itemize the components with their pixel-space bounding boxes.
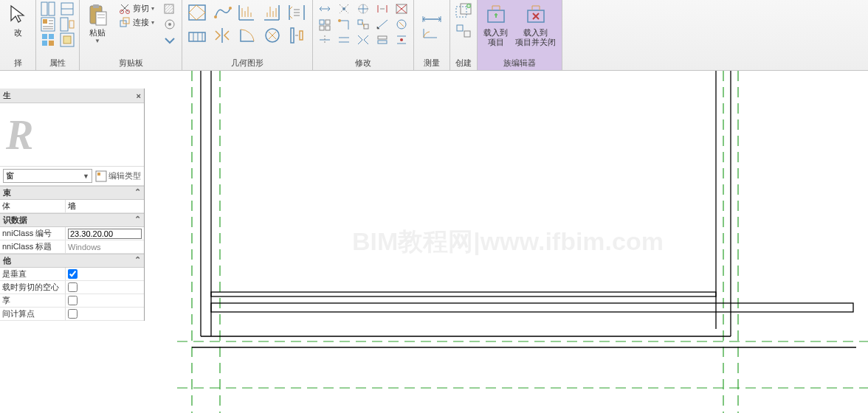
ribbon-btn[interactable] <box>373 17 391 32</box>
ribbon-group-measure: 测量 <box>414 0 450 70</box>
ribbon-btn[interactable] <box>185 24 209 46</box>
load-project-label: 载入到 项目 <box>483 28 508 47</box>
prop-value-omni-title[interactable]: Windows <box>65 240 144 253</box>
ribbon-btn[interactable] <box>354 32 372 47</box>
ribbon-btn[interactable] <box>261 24 284 46</box>
ribbon-btn[interactable] <box>335 17 353 32</box>
group-label-properties: 属性 <box>39 56 76 70</box>
ribbon-btn[interactable] <box>335 1 353 16</box>
ribbon-btn[interactable] <box>235 1 259 24</box>
ribbon-btn[interactable] <box>393 1 410 16</box>
cursor-icon <box>6 3 30 27</box>
panel-close-button[interactable]: × <box>137 91 141 100</box>
ribbon-btn[interactable] <box>161 17 179 32</box>
ribbon-btn[interactable] <box>261 1 284 24</box>
properties-list: 束 ⌃ 体 墙 识数据 ⌃ nniClass 编号 nniClass 标题 Wi… <box>0 186 144 321</box>
prop-value-host[interactable]: 墙 <box>65 200 144 212</box>
svg-rect-14 <box>42 41 47 46</box>
ribbon: 改 择 属性 <box>0 0 868 71</box>
ribbon-btn[interactable] <box>335 32 353 47</box>
ribbon-btn[interactable] <box>58 32 76 47</box>
type-preview: R <box>0 103 144 167</box>
properties-button[interactable] <box>39 17 57 32</box>
svg-point-44 <box>338 19 341 22</box>
properties-panel: 生 × R 窗 ▼ 编辑类型 束 ⌃ 体 墙 识数据 ⌃ nniClass 编号 <box>0 88 145 321</box>
svg-rect-30 <box>189 5 205 20</box>
ribbon-group-family-editor: 载入到 项目 载入到 项目并关闭 族编辑器 <box>478 0 562 70</box>
group-label-geometry: 几何图形 <box>185 56 309 70</box>
ribbon-btn[interactable] <box>453 1 474 21</box>
edit-type-button[interactable]: 编辑类型 <box>95 170 141 182</box>
group-label-create: 创建 <box>453 56 474 70</box>
dimension-icon <box>420 3 444 27</box>
svg-rect-19 <box>93 4 99 8</box>
ribbon-btn[interactable] <box>393 17 410 32</box>
ribbon-btn[interactable] <box>161 1 179 16</box>
group-label-modify: 修改 <box>316 56 410 70</box>
ribbon-btn[interactable] <box>453 21 474 41</box>
ribbon-group-geometry: 几何图形 <box>182 0 313 70</box>
share-checkbox[interactable] <box>68 296 78 305</box>
svg-point-50 <box>400 38 403 41</box>
prop-row-omni-num: nniClass 编号 <box>0 227 144 240</box>
prop-label: 间计算点 <box>0 308 65 320</box>
scissors-icon <box>119 2 131 14</box>
vertical-checkbox[interactable] <box>68 269 78 279</box>
paste-label: 粘贴 <box>89 28 106 38</box>
ribbon-btn[interactable] <box>316 32 334 47</box>
ribbon-btn[interactable] <box>58 17 76 32</box>
ribbon-btn[interactable] <box>210 24 234 46</box>
revit-logo-icon: R <box>6 111 33 159</box>
ribbon-btn[interactable] <box>185 1 209 24</box>
load-project-button[interactable]: 载入到 项目 <box>480 1 511 49</box>
ribbon-btn[interactable] <box>39 1 57 16</box>
roomcalc-checkbox[interactable] <box>68 309 78 319</box>
type-selector-row: 窗 ▼ 编辑类型 <box>0 167 144 186</box>
svg-rect-1 <box>49 2 55 15</box>
ribbon-btn[interactable] <box>373 1 391 16</box>
ribbon-btn[interactable] <box>58 1 76 16</box>
voidcut-checkbox[interactable] <box>68 282 78 292</box>
join-button[interactable]: 连接 ▾ <box>117 15 156 29</box>
prop-row-share: 享 <box>0 294 144 308</box>
svg-rect-55 <box>464 31 470 37</box>
svg-rect-54 <box>457 25 463 31</box>
load-close-button[interactable]: 载入到 项目并关闭 <box>512 1 559 49</box>
svg-rect-42 <box>320 26 324 30</box>
ribbon-btn[interactable] <box>161 32 179 47</box>
ribbon-btn[interactable] <box>354 1 372 16</box>
section-label: 他 <box>3 255 11 266</box>
ribbon-btn[interactable] <box>39 32 57 47</box>
ribbon-btn[interactable] <box>373 32 391 47</box>
load-close-label: 载入到 项目并关闭 <box>515 28 556 47</box>
svg-rect-49 <box>378 41 387 44</box>
ribbon-btn[interactable] <box>393 32 410 47</box>
ribbon-btn[interactable] <box>354 17 372 32</box>
svg-rect-71 <box>211 303 853 312</box>
paste-button[interactable]: 粘贴 ▼ <box>83 1 112 46</box>
ribbon-group-modify: 修改 <box>313 0 414 70</box>
modify-button[interactable]: 改 <box>3 1 32 39</box>
measure-button[interactable] <box>417 1 447 43</box>
ribbon-btn[interactable] <box>210 1 234 24</box>
ribbon-btn[interactable] <box>316 17 334 32</box>
drawing-canvas[interactable]: BIM教程网|www.ifbim.com <box>148 71 868 413</box>
cut-button[interactable]: 剪切 ▾ <box>117 1 156 15</box>
prop-text: Windows <box>68 243 101 251</box>
prop-label: nniClass 编号 <box>0 227 65 240</box>
ribbon-group-clipboard: 粘贴 ▼ 剪切 ▾ 连接 ▾ 剪贴板 <box>80 0 182 70</box>
omniclass-number-input[interactable] <box>68 229 142 239</box>
group-label-select: 择 <box>3 56 32 70</box>
ribbon-btn[interactable] <box>316 1 334 16</box>
ribbon-btn[interactable] <box>286 24 309 46</box>
ribbon-btn[interactable] <box>286 1 309 24</box>
type-selector-dropdown[interactable]: 窗 ▼ <box>3 169 92 183</box>
svg-rect-15 <box>49 41 54 46</box>
svg-rect-10 <box>61 18 68 31</box>
ribbon-btn[interactable] <box>235 24 259 46</box>
section-other[interactable]: 他 ⌃ <box>0 254 144 268</box>
prop-row-voidcut: 载时剪切的空心 <box>0 281 144 294</box>
section-constraints[interactable]: 束 ⌃ <box>0 186 144 200</box>
prop-row-host: 体 墙 <box>0 200 144 213</box>
section-identity[interactable]: 识数据 ⌃ <box>0 213 144 227</box>
